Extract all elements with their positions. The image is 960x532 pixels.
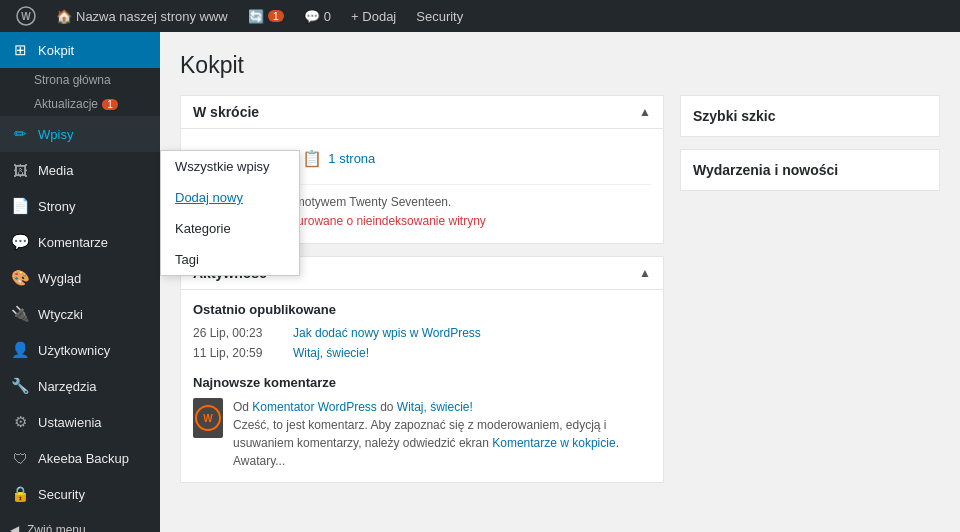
widget-w-skrocie-toggle[interactable]: ▲: [639, 105, 651, 119]
sidebar-item-wyglad[interactable]: 🎨 Wygląd: [0, 260, 160, 296]
widget-aktywnosc-toggle[interactable]: ▲: [639, 266, 651, 280]
sidebar-item-wpisy[interactable]: ✏ Wpisy: [0, 116, 160, 152]
wydarzenia-title: Wydarzenia i nowości: [681, 150, 939, 190]
comments-icon: 💬: [304, 9, 320, 24]
media-icon: 🖼: [10, 162, 30, 179]
sidebar-item-akeeba[interactable]: 🛡 Akeeba Backup: [0, 440, 160, 476]
submenu-wpisy: Wszystkie wpisy Dodaj nowy Kategorie Tag…: [160, 150, 300, 276]
widget-wydarzenia: Wydarzenia i nowości: [680, 149, 940, 191]
submenu-tagi[interactable]: Tagi: [161, 244, 299, 275]
pages-icon: 📄: [10, 197, 30, 215]
comment-author-link[interactable]: Komentator WordPress: [252, 400, 377, 414]
szybki-szkic-title: Szybki szkic: [681, 96, 939, 136]
admin-bar-add[interactable]: + Dodaj: [343, 0, 404, 32]
widget-aktywnosc-body: Ostatnio opublikowane 26 Lip, 00:23 Jak …: [181, 290, 663, 482]
admin-bar-security[interactable]: Security: [408, 0, 471, 32]
sidebar-item-narzedzia[interactable]: 🔧 Narzędzia: [0, 368, 160, 404]
settings-icon: ⚙: [10, 413, 30, 431]
sidebar-item-ustawienia[interactable]: ⚙ Ustawienia: [0, 404, 160, 440]
admin-bar-updates[interactable]: 🔄 1: [240, 0, 292, 32]
appearance-icon: 🎨: [10, 269, 30, 287]
users-icon: 👤: [10, 341, 30, 359]
dashboard-icon: ⊞: [10, 41, 30, 59]
svg-text:W: W: [21, 11, 31, 22]
submenu-kategorie[interactable]: Kategorie: [161, 213, 299, 244]
admin-bar-wp-logo[interactable]: W: [8, 0, 44, 32]
widget-w-skrocie-title: W skrócie: [193, 104, 259, 120]
collapse-icon: ◀: [10, 523, 19, 532]
posts-icon: ✏: [10, 125, 30, 143]
activity-item-1: 26 Lip, 00:23 Jak dodać nowy wpis w Word…: [193, 323, 651, 343]
comment-avatar: W: [193, 398, 223, 438]
sidebar-item-aktualizacje[interactable]: Aktualizacje 1: [0, 92, 160, 116]
sidebar-item-wtyczki[interactable]: 🔌 Wtyczki: [0, 296, 160, 332]
activity-list: 26 Lip, 00:23 Jak dodać nowy wpis w Word…: [193, 323, 651, 363]
comment-kokpit-link[interactable]: Komentarze w kokpicie: [492, 436, 615, 450]
comment-post-link[interactable]: Witaj, świecie!: [397, 400, 473, 414]
sidebar-item-media[interactable]: 🖼 Media: [0, 152, 160, 188]
sidebar-item-strona-glowna[interactable]: Strona główna: [0, 68, 160, 92]
akeeba-icon: 🛡: [10, 450, 30, 467]
admin-bar-comments[interactable]: 💬 0: [296, 0, 339, 32]
wydarzenia-body: Wydarzenia i nowości: [681, 150, 939, 190]
ostatnio-title: Ostatnio opublikowane: [193, 302, 651, 317]
plugins-icon: 🔌: [10, 305, 30, 323]
wp-content: ⊞ Kokpit Strona główna Aktualizacje 1 ✏ …: [0, 32, 960, 532]
page-title: Kokpit: [180, 52, 940, 79]
sidebar-item-komentarze[interactable]: 💬 Komentarze: [0, 224, 160, 260]
widget-w-skrocie-header: W skrócie ▲: [181, 96, 663, 129]
widget-szybki-szkic: Szybki szkic: [680, 95, 940, 137]
admin-bar-site-name[interactable]: 🏠 Nazwa naszej strony www: [48, 0, 236, 32]
submenu-dodaj-nowy[interactable]: Dodaj nowy: [161, 182, 299, 213]
at-glance-strona[interactable]: 📋 1 strona: [302, 149, 375, 168]
site-name-icon: 🏠: [56, 9, 72, 24]
activity-item-2: 11 Lip, 20:59 Witaj, świecie!: [193, 343, 651, 363]
activity-link-1[interactable]: Jak dodać nowy wpis w WordPress: [293, 326, 481, 340]
komentarze-title: Najnowsze komentarze: [193, 375, 651, 390]
sidebar-item-security[interactable]: 🔒 Security: [0, 476, 160, 512]
sidebar-collapse[interactable]: ◀ Zwiń menu: [0, 512, 160, 532]
updates-icon: 🔄: [248, 9, 264, 24]
admin-menu: ⊞ Kokpit Strona główna Aktualizacje 1 ✏ …: [0, 32, 160, 532]
comments-section: Najnowsze komentarze W: [193, 375, 651, 470]
comment-item-1: W Od Komentator WordPress do Witaj, świe…: [193, 398, 651, 470]
activity-time-2: 11 Lip, 20:59: [193, 346, 283, 360]
column-right: Szybki szkic Wydarzenia i nowości: [680, 95, 940, 483]
security-icon: 🔒: [10, 485, 30, 503]
sidebar-item-strony[interactable]: 📄 Strony: [0, 188, 160, 224]
main-content: Kokpit W skrócie ▲ 📌 2 wpisy: [160, 32, 960, 532]
sidebar-item-kokpit[interactable]: ⊞ Kokpit: [0, 32, 160, 68]
activity-link-2[interactable]: Witaj, świecie!: [293, 346, 369, 360]
svg-text:W: W: [203, 413, 213, 424]
tools-icon: 🔧: [10, 377, 30, 395]
submenu-wszystkie-wpisy[interactable]: Wszystkie wpisy: [161, 151, 299, 182]
page-icon: 📋: [302, 149, 322, 168]
widget-aktywnosc: Aktywność ▲ Ostatnio opublikowane 26 Lip…: [180, 256, 664, 483]
comments-sidebar-icon: 💬: [10, 233, 30, 251]
szybki-szkic-body: Szybki szkic: [681, 96, 939, 136]
comment-body: Od Komentator WordPress do Witaj, świeci…: [233, 398, 651, 470]
sidebar-item-uzytkownicy[interactable]: 👤 Użytkownicy: [0, 332, 160, 368]
activity-time-1: 26 Lip, 00:23: [193, 326, 283, 340]
admin-bar: W 🏠 Nazwa naszej strony www 🔄 1 💬 0 + Do…: [0, 0, 960, 32]
